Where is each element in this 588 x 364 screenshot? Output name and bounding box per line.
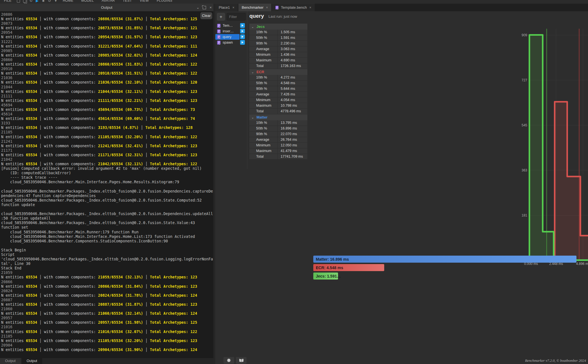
run-benchmark-button[interactable] (240, 34, 245, 39)
log-line (1, 244, 213, 248)
log-line: N entities 65534 │ with common component… (1, 302, 213, 307)
log-line: N entities 65534 │ with common component… (1, 80, 213, 85)
histogram-chart: 9097275453631810.000 ms2.448 ms4.896 ms7… (521, 27, 588, 266)
benchmark-title: query (249, 13, 264, 19)
log-line: N entities 65534 │ with common component… (1, 117, 213, 121)
stat-row: 50th %1.591 ms (249, 35, 307, 41)
log-line: N entities 65534 │ with common component… (1, 348, 213, 352)
log-line: 20985 (1, 49, 213, 53)
log-line: N entities 65534 │ with common component… (1, 311, 213, 316)
log-line: N entities 65534 │ with common component… (1, 284, 213, 289)
paste-icon[interactable] (22, 0, 28, 3)
filter-input[interactable] (227, 13, 246, 21)
log-line: 21111 (1, 94, 213, 99)
tab-close-icon[interactable]: × (232, 6, 234, 10)
editor-tab-label: Place1 (219, 5, 230, 10)
benchmark-item-inser[interactable]: inser… (215, 28, 240, 34)
menu-tab-view[interactable]: VIEW (140, 0, 149, 3)
menu-bar: FILE↻▶■↺▾HOMEMODELAVATARTESTVIEWPLUGINS (0, 0, 588, 3)
editor-tab-place1[interactable]: Place1× (215, 4, 238, 11)
log-line: N entities 65534 │ with common component… (1, 330, 213, 334)
sidebar-divider (247, 11, 247, 169)
stat-value: 13.795 ms (278, 120, 307, 126)
legend-bar-jecs: Jecs: 1.591… (313, 273, 338, 280)
menu-file[interactable]: FILE (4, 0, 12, 3)
script-icon (275, 6, 279, 10)
section-header-ecr[interactable]: ⌄ECR (249, 69, 307, 75)
stat-label: 10th % (249, 120, 278, 126)
redo-icon[interactable]: ↻ (28, 0, 34, 3)
stat-row: 10th %4.272 ms (249, 75, 307, 81)
stat-label: 50th % (249, 126, 278, 131)
clipboard-icon[interactable] (15, 0, 22, 3)
log-line: tal', Line 30 (1, 262, 213, 266)
chevron-down-icon: ⌄ (251, 71, 254, 73)
log-line: 45614 (1, 112, 213, 117)
tab-close-icon[interactable]: × (309, 6, 311, 10)
settings-button[interactable] (223, 357, 234, 364)
output-console[interactable]: 20886N entities 65534 │ with common comp… (0, 11, 213, 358)
log-line: N entities 65534 │ with common component… (1, 71, 213, 76)
chevron-down-icon[interactable]: ⌄ (196, 6, 200, 9)
log-line: function set (1, 225, 213, 230)
play-icon[interactable]: ▶ (34, 0, 40, 3)
stat-value: 5.644 ms (278, 86, 307, 91)
script-icon (217, 41, 221, 45)
log-line: 21105 (1, 334, 213, 339)
log-line: cloud_5853950046.Benchmarker.Main.Interf… (1, 235, 213, 239)
undo-icon[interactable]: ↺ (46, 0, 53, 3)
benchmark-item-spawn[interactable]: spawn (215, 40, 240, 45)
stat-row: Maximum10.798 ms (249, 103, 307, 109)
run-benchmark-button[interactable] (240, 23, 245, 28)
stat-value: 4.690 ms (278, 58, 307, 63)
output-bottom-tabs: OutputOutput (0, 358, 213, 364)
stat-label: 90th % (249, 41, 278, 46)
add-benchmark-button[interactable]: + (217, 13, 225, 21)
output-tab[interactable]: Output (0, 358, 21, 364)
log-line (1, 185, 213, 189)
stat-row: 90th %2.230 ms (249, 41, 307, 46)
panel-divider[interactable] (213, 4, 215, 364)
stat-label: Total (249, 109, 278, 114)
benchmark-item-Tem[interactable]: Tem… (215, 23, 240, 28)
script-icon (217, 29, 221, 34)
section-header-matter[interactable]: ⌄Matter (249, 114, 307, 120)
stop-icon[interactable]: ■ (40, 0, 46, 3)
log-line: 20904 (1, 343, 213, 348)
menu-tab-home[interactable]: HOME (63, 0, 73, 3)
tab-close-icon[interactable]: × (266, 6, 268, 10)
editor-tab-benchmarker[interactable]: Benchmarker× (238, 4, 271, 11)
stat-label: Minimum (249, 52, 278, 57)
menu-tab-test[interactable]: TEST (123, 0, 132, 3)
log-line: N entities 65534 │ with common component… (1, 126, 213, 130)
run-benchmark-button[interactable] (240, 40, 245, 45)
log-line: N entities 65534 │ with common component… (1, 62, 213, 67)
section-header-jecs[interactable]: ⌄Jecs (249, 24, 307, 30)
stat-label: Average (249, 46, 278, 52)
output-tab[interactable]: Output (22, 358, 43, 364)
menu-tab-plugins[interactable]: PLUGINS (157, 0, 172, 3)
menu-tab-model[interactable]: MODEL (81, 0, 94, 3)
clear-button[interactable]: Clear (200, 12, 212, 19)
log-line: pendencies:47 function captureDependenci… (1, 194, 213, 198)
docs-button[interactable] (236, 357, 247, 364)
float-window-icon[interactable] (203, 6, 206, 9)
stat-row: Minimum4.054 ms (249, 97, 307, 103)
stat-row: 90th %22.070 ms (249, 131, 307, 137)
stat-value: 1.505 ms (278, 30, 307, 35)
studio-window: FILE↻▶■↺▾HOMEMODELAVATARTESTVIEWPLUGINS … (0, 0, 588, 364)
benchmark-item-label: spawn (223, 41, 233, 44)
stat-value: 4.548 ms (278, 81, 307, 86)
caret-down-icon[interactable]: ▾ (53, 0, 59, 3)
close-icon[interactable]: × (209, 6, 212, 9)
stat-value: 4.054 ms (278, 97, 307, 103)
script-icon (217, 35, 221, 39)
log-line: 20887 (1, 298, 213, 302)
run-benchmark-button[interactable] (240, 29, 245, 34)
log-line: 20910 (1, 67, 213, 71)
editor-tab-template-bench[interactable]: Template.bench× (272, 4, 315, 11)
menu-tab-avatar[interactable]: AVATAR (102, 0, 115, 3)
benchmark-item-query[interactable]: query (215, 34, 240, 40)
stat-row: 50th %16.896 ms (249, 126, 307, 131)
gear-icon (227, 358, 231, 363)
